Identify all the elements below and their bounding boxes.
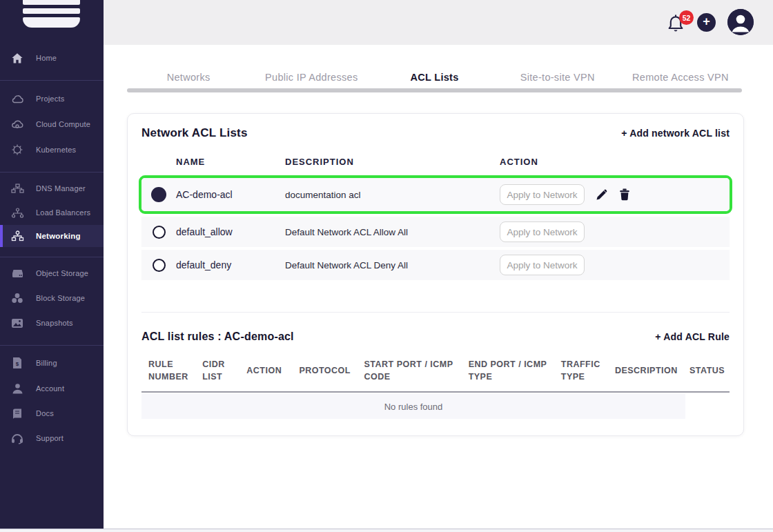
sidebar-item-label: Networking: [36, 232, 81, 240]
billing-icon: $: [10, 356, 24, 370]
pencil-icon: [596, 189, 607, 201]
sidebar-item-label: Docs: [36, 409, 54, 417]
acl-rules-title: ACL list rules : AC-demo-acl: [141, 331, 294, 343]
sidebar-item-kubernetes[interactable]: Kubernetes: [0, 139, 104, 160]
tab-networks[interactable]: Networks: [127, 68, 250, 87]
acl-name: AC-demo-acl: [176, 189, 285, 200]
sidebar-item-object-storage[interactable]: Object Storage: [0, 263, 104, 284]
add-acl-rule-button[interactable]: + Add ACL Rule: [655, 331, 730, 342]
sidebar-item-label: Block Storage: [36, 294, 85, 302]
column-header-status: STATUS: [689, 364, 727, 377]
tabs-scrollbar[interactable]: [127, 88, 742, 92]
apply-to-network-button[interactable]: Apply to Network: [500, 255, 585, 275]
column-header-traffic-type: TRAFFIC TYPE: [561, 358, 604, 383]
column-header-action: ACTION: [500, 157, 730, 167]
network-acl-lists-card: Network ACL Lists + Add network ACL list…: [127, 113, 744, 436]
table-row[interactable]: AC-demo-acl documentation acl Apply to N…: [141, 178, 730, 211]
sidebar-item-cloud-compute[interactable]: Cloud Compute: [0, 114, 104, 135]
column-header-end-port: END PORT / ICMP TYPE: [469, 358, 550, 383]
sidebar-item-networking[interactable]: Networking: [0, 225, 104, 247]
logo-bar: [23, 8, 80, 14]
sidebar-item-projects[interactable]: Projects: [0, 88, 104, 109]
tab-acl-lists[interactable]: ACL Lists: [373, 68, 496, 87]
apply-to-network-button[interactable]: Apply to Network: [500, 221, 585, 242]
column-header-rule-number: RULE NUMBER: [148, 358, 191, 383]
sidebar-item-label: Object Storage: [36, 269, 88, 277]
object-storage-icon: [10, 266, 24, 280]
user-icon: [727, 9, 754, 35]
section-divider: [141, 312, 730, 313]
sidebar-item-load-balancers[interactable]: Load Balancers: [0, 202, 104, 223]
column-header-name: NAME: [176, 157, 285, 167]
acl-actions: Apply to Network: [500, 184, 730, 205]
logo-bar: [23, 17, 80, 28]
dns-manager-icon: [10, 181, 24, 195]
sidebar-divider: [0, 257, 104, 257]
acl-actions: Apply to Network: [500, 255, 730, 275]
docs-icon: [10, 406, 24, 420]
sidebar-item-support[interactable]: Support: [0, 428, 104, 449]
create-resource-button[interactable]: +: [697, 13, 716, 32]
acl-description: Default Network ACL Allow All: [285, 227, 500, 237]
sidebar-item-home[interactable]: Home: [0, 48, 104, 68]
tab-site-to-site-vpn[interactable]: Site-to-site VPN: [496, 68, 619, 87]
tab-remote-access-vpn[interactable]: Remote Access VPN: [619, 68, 742, 87]
add-network-acl-list-button[interactable]: + Add network ACL list: [621, 128, 730, 139]
sidebar-item-label: Kubernetes: [36, 146, 76, 154]
support-icon: [10, 431, 24, 445]
account-icon: [10, 382, 24, 395]
column-header-protocol: PROTOCOL: [299, 364, 353, 377]
column-header-start-port: START PORT / ICMP CODE: [364, 358, 458, 383]
sidebar-item-label: Support: [36, 434, 63, 442]
sidebar-item-label: Account: [36, 384, 64, 393]
sidebar-item-account[interactable]: Account: [0, 378, 104, 399]
sidebar-item-label: Billing: [36, 359, 57, 367]
topbar: 52 +: [104, 0, 773, 45]
sidebar-item-label: DNS Manager: [36, 184, 86, 193]
column-header-action: ACTION: [246, 364, 288, 377]
acl-actions: Apply to Network: [500, 221, 730, 242]
sidebar-item-docs[interactable]: Docs: [0, 403, 104, 424]
sidebar-item-label: Projects: [36, 95, 64, 103]
delete-button[interactable]: [618, 188, 632, 201]
sidebar: Home Projects Cloud Compute Kubernetes: [0, 0, 104, 529]
notifications-button[interactable]: 52: [666, 12, 685, 35]
no-rules-message: No rules found: [384, 402, 443, 412]
radio-unselected-icon[interactable]: [153, 259, 166, 272]
sidebar-item-label: Home: [36, 54, 57, 62]
acl-name: default_deny: [176, 259, 285, 270]
radio-selected-icon[interactable]: [151, 187, 166, 202]
acl-description: Default Network ACL Deny All: [285, 260, 500, 270]
highlight-box: AC-demo-acl documentation acl Apply to N…: [139, 175, 732, 214]
load-balancers-icon: [10, 206, 24, 219]
sidebar-item-block-storage[interactable]: Block Storage: [0, 288, 104, 308]
apply-to-network-button[interactable]: Apply to Network: [500, 184, 585, 205]
column-header-description: DESCRIPTION: [285, 157, 500, 167]
projects-icon: [10, 92, 24, 106]
logo-bar: [23, 0, 80, 5]
sidebar-item-billing[interactable]: $ Billing: [0, 353, 104, 373]
plus-icon: +: [703, 14, 710, 29]
home-icon: [10, 51, 24, 65]
edit-button[interactable]: [594, 188, 608, 201]
networking-tabs: Networks Public IP Addresses ACL Lists S…: [127, 68, 742, 87]
rules-table-header: RULE NUMBER CIDR LIST ACTION PROTOCOL ST…: [141, 358, 730, 393]
sidebar-item-snapshots[interactable]: Snapshots: [0, 313, 104, 333]
horizontal-scrollbar-track[interactable]: [0, 529, 773, 532]
sidebar-item-label: Snapshots: [36, 319, 73, 327]
sidebar-item-dns-manager[interactable]: DNS Manager: [0, 178, 104, 199]
topbar-actions: 52 +: [666, 4, 754, 40]
user-avatar[interactable]: [727, 9, 754, 35]
acl-lists-page: { "colors":{"sidebar_bg":"#242041","acce…: [0, 0, 773, 532]
column-header-cidr-list: CIDR LIST: [202, 358, 235, 383]
acl-rules-header: ACL list rules : AC-demo-acl + Add ACL R…: [141, 331, 730, 343]
table-row[interactable]: default_allow Default Network ACL Allow …: [141, 217, 730, 247]
tab-public-ip-addresses[interactable]: Public IP Addresses: [250, 68, 373, 87]
table-row[interactable]: default_deny Default Network ACL Deny Al…: [141, 250, 730, 280]
app-logo[interactable]: [23, 0, 80, 28]
sidebar-item-label: Cloud Compute: [36, 120, 90, 128]
cloud-compute-icon: [10, 117, 24, 131]
acl-name: default_allow: [176, 226, 285, 237]
radio-unselected-icon[interactable]: [153, 226, 166, 239]
sidebar-item-label: Load Balancers: [36, 208, 90, 217]
